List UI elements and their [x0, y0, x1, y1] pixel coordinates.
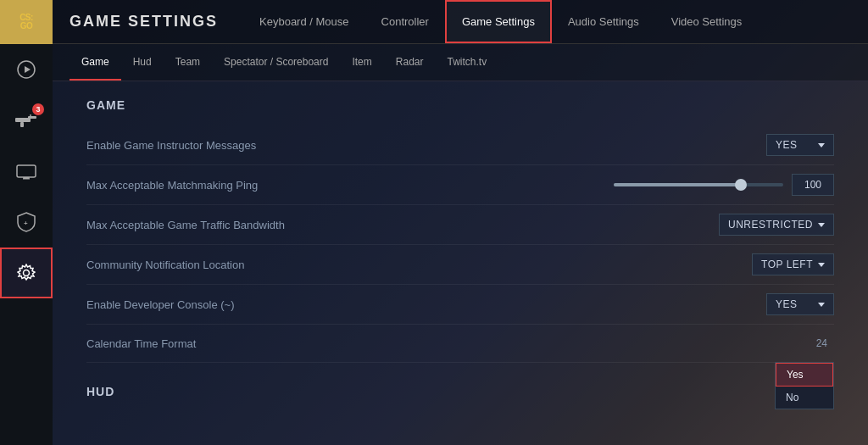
- setting-bandwidth: Max Acceptable Game Traffic Bandwidth UN…: [86, 205, 834, 245]
- chevron-down-icon: [818, 223, 825, 227]
- tab-video-settings[interactable]: Video Settings: [655, 0, 759, 43]
- setting-game-instructor: Enable Game Instructor Messages YES: [86, 125, 834, 165]
- sub-navigation: Game Hud Team Spectator / Scoreboard Ite…: [53, 44, 868, 81]
- subtab-team[interactable]: Team: [164, 44, 212, 81]
- tab-game-settings[interactable]: Game Settings: [445, 0, 552, 43]
- setting-notification-location-label: Community Notification Location: [86, 259, 752, 271]
- ping-slider-track[interactable]: [614, 183, 783, 186]
- svg-rect-2: [15, 118, 31, 122]
- play-icon: [14, 58, 38, 81]
- gear-icon: [14, 261, 38, 285]
- sidebar-logo[interactable]: CS: GO: [0, 0, 53, 44]
- svg-point-10: [24, 270, 30, 276]
- calendar-time-option-yes[interactable]: Yes: [776, 363, 833, 387]
- setting-game-instructor-label: Enable Game Instructor Messages: [86, 139, 766, 152]
- main-content: GAME SETTINGS Keyboard / Mouse Controlle…: [53, 0, 868, 445]
- sidebar-item-play[interactable]: [0, 44, 53, 95]
- ping-slider-fill: [614, 183, 741, 186]
- sidebar: CS: GO 3: [0, 0, 53, 445]
- section-hud-title: Hud: [86, 385, 114, 398]
- setting-notification-location: Community Notification Location TOP LEFT: [86, 245, 834, 285]
- logo-go: GO: [20, 22, 33, 31]
- chevron-down-icon: [818, 143, 825, 147]
- calendar-time-num-value: 24: [810, 333, 834, 353]
- tv-icon: [14, 159, 38, 183]
- setting-matchmaking-ping-control: 100: [614, 174, 834, 196]
- setting-developer-console-label: Enable Developer Console (~): [86, 298, 766, 311]
- bandwidth-dropdown[interactable]: UNRESTRICTED: [719, 214, 834, 236]
- setting-calendar-time-label: Calendar Time Format: [86, 337, 810, 350]
- subtab-game[interactable]: Game: [70, 44, 121, 81]
- sidebar-item-profile[interactable]: +: [0, 197, 53, 248]
- subtab-hud[interactable]: Hud: [121, 44, 164, 81]
- svg-rect-3: [28, 116, 36, 119]
- ping-slider-value: 100: [792, 174, 834, 196]
- setting-calendar-time-control: 24 Yes No: [810, 333, 834, 353]
- svg-text:+: +: [24, 220, 28, 227]
- developer-console-dropdown[interactable]: YES: [766, 293, 834, 315]
- page-title: GAME SETTINGS: [70, 13, 218, 31]
- tab-audio-settings[interactable]: Audio Settings: [552, 0, 655, 43]
- chevron-down-icon: [818, 263, 825, 267]
- svg-rect-6: [17, 165, 36, 177]
- subtab-twitch[interactable]: Twitch.tv: [435, 44, 498, 81]
- settings-content: Game Enable Game Instructor Messages YES…: [53, 81, 868, 445]
- subtab-item[interactable]: Item: [340, 44, 383, 81]
- setting-bandwidth-label: Max Acceptable Game Traffic Bandwidth: [86, 219, 719, 231]
- setting-game-instructor-control: YES: [766, 134, 834, 156]
- top-navigation: GAME SETTINGS Keyboard / Mouse Controlle…: [53, 0, 868, 44]
- nav-tabs: Keyboard / Mouse Controller Game Setting…: [243, 0, 758, 43]
- section-game-title: Game: [86, 98, 834, 112]
- setting-bandwidth-control: UNRESTRICTED: [719, 214, 834, 236]
- sidebar-item-inventory[interactable]: 3: [0, 95, 53, 146]
- developer-console-value: YES: [776, 298, 798, 310]
- sidebar-item-watch[interactable]: [0, 146, 53, 197]
- setting-developer-console-control: YES: [766, 293, 834, 315]
- bandwidth-value: UNRESTRICTED: [728, 219, 813, 231]
- subtab-radar[interactable]: Radar: [384, 44, 436, 81]
- svg-marker-1: [25, 66, 31, 73]
- inventory-badge: 3: [32, 103, 44, 115]
- game-instructor-dropdown[interactable]: YES: [766, 134, 834, 156]
- setting-matchmaking-ping: Max Acceptable Matchmaking Ping 100: [86, 165, 834, 205]
- chevron-down-icon: [818, 303, 825, 307]
- setting-notification-location-control: TOP LEFT: [752, 253, 834, 275]
- subtab-spectator[interactable]: Spectator / Scoreboard: [212, 44, 340, 81]
- game-instructor-value: YES: [776, 139, 798, 151]
- tab-keyboard-mouse[interactable]: Keyboard / Mouse: [243, 0, 365, 43]
- shield-icon: +: [14, 210, 38, 234]
- setting-calendar-time: Calendar Time Format 24 Yes No: [86, 325, 834, 363]
- notification-location-dropdown[interactable]: TOP LEFT: [752, 253, 834, 275]
- svg-rect-5: [30, 114, 31, 116]
- tab-controller[interactable]: Controller: [365, 0, 445, 43]
- calendar-time-option-no[interactable]: No: [776, 387, 833, 409]
- setting-developer-console: Enable Developer Console (~) YES: [86, 285, 834, 325]
- section-hud-row: Hud: [86, 376, 834, 420]
- svg-rect-4: [20, 122, 24, 127]
- setting-matchmaking-ping-label: Max Acceptable Matchmaking Ping: [86, 179, 614, 192]
- ping-slider-thumb[interactable]: [735, 179, 747, 191]
- sidebar-item-settings[interactable]: [0, 248, 53, 298]
- calendar-time-dropdown-open: Yes No: [775, 362, 834, 409]
- notification-location-value: TOP LEFT: [761, 259, 813, 270]
